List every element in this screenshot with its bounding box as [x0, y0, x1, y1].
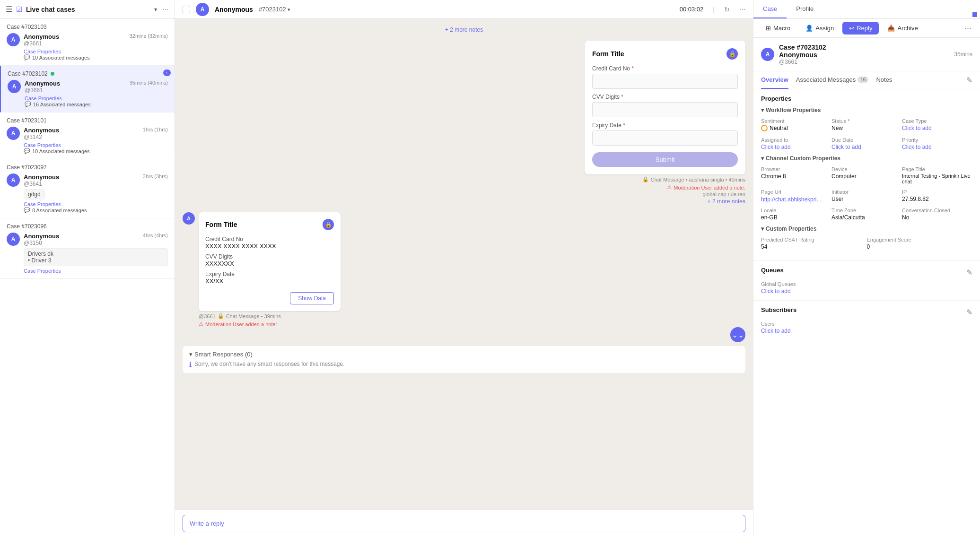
case-number: Case #7023097 — [7, 164, 168, 171]
case-item[interactable]: Case #7023101 A Anonymous @3142 1hrs (1h… — [0, 113, 175, 159]
sidebar-title: Live chat cases — [26, 6, 150, 13]
refresh-icon[interactable]: ↻ — [724, 6, 730, 13]
case-info-number: Case #7023102 — [779, 43, 826, 51]
browser-label: Browser — [761, 166, 831, 172]
msg-meta: Chat Message • aashana singla • 40mins — [651, 177, 745, 182]
subscribers-title: Subscribers — [761, 306, 796, 313]
channel-header[interactable]: ▾ Channel Custom Properties — [761, 155, 972, 162]
custom-header[interactable]: ▾ Custom Properties — [761, 225, 972, 232]
case-properties-link[interactable]: Case Properties — [24, 142, 168, 148]
chat-icon: 💬 — [24, 148, 30, 154]
chevron-icon: ▾ — [761, 225, 764, 232]
right-panel: Case Profile ⊞ Macro 👤 Assign ↩ Reply 📥 … — [753, 0, 980, 537]
cvv-input — [592, 102, 738, 117]
case-item[interactable]: Case #7023103 A Anonymous @3661 32mins (… — [0, 19, 175, 66]
global-queues-value[interactable]: Click to add — [761, 288, 972, 294]
due-date-value[interactable]: Click to add — [831, 144, 902, 150]
status-value: New — [831, 125, 902, 131]
case-item[interactable]: Case #7023097 A Anonymous @3641 3hrs (3h… — [0, 159, 175, 218]
ip-label: IP — [902, 189, 972, 195]
moderation-detail: global cap rule ran — [702, 191, 745, 197]
case-time: 1hrs (1hrs) — [143, 127, 168, 132]
custom-properties: ▾ Custom Properties Predicted CSAT Ratin… — [761, 225, 972, 251]
menu-icon[interactable]: ☰ — [6, 5, 12, 14]
sidebar-chevron[interactable]: ▾ — [154, 6, 157, 13]
avatar: A — [7, 127, 20, 140]
subtab-associated-messages[interactable]: Associated Messages 16 — [796, 71, 869, 89]
expiry-label: Expiry Date * — [592, 122, 738, 129]
new-notification-dot — [972, 12, 977, 17]
checkbox-icon: ☑ — [16, 5, 22, 14]
page-url-value[interactable]: http://chat.abhishekpri... — [761, 196, 821, 203]
subscribers-edit-icon[interactable]: ✎ — [966, 308, 972, 317]
pin-badge: ↑ — [163, 69, 171, 76]
case-properties-link[interactable]: Case Properties — [25, 95, 168, 101]
subtab-notes[interactable]: Notes — [876, 71, 892, 89]
sentiment-dot — [761, 125, 768, 131]
chat-icon: 💬 — [24, 54, 30, 61]
toolbar-dots[interactable]: ··· — [962, 23, 974, 33]
csat-label: Predicted CSAT Rating — [761, 237, 867, 243]
browser-value: Chrome 8 — [761, 173, 831, 180]
chat-timer: 00:03:02 — [680, 6, 704, 13]
assigned-to-label: Assigned to — [761, 137, 831, 143]
chevron-icon: ▾ — [761, 155, 764, 162]
ip-value: 27.59.8.82 — [902, 196, 972, 202]
more-notes-above[interactable]: + 2 more notes — [183, 26, 745, 33]
assign-icon: 👤 — [805, 25, 813, 32]
queues-title: Queues — [761, 267, 784, 274]
case-associated: 💬 8 Associated messages — [24, 207, 168, 213]
more-notes-inline[interactable]: + 2 more notes — [708, 198, 745, 205]
case-time: 3hrs (3hrs) — [143, 173, 168, 179]
message-checkbox[interactable] — [183, 6, 190, 13]
case-info-time: 35mins — [954, 51, 972, 58]
sidebar: ☰ ☑ Live chat cases ▾ ··· Case #7023103 … — [0, 0, 175, 537]
priority-value[interactable]: Click to add — [902, 144, 972, 150]
case-properties-link[interactable]: Case Properties — [24, 49, 168, 54]
assigned-to-value[interactable]: Click to add — [761, 144, 831, 150]
chat-header: A Anonymous #7023102 ▾ 00:03:02 | ↻ ··· — [175, 0, 753, 19]
case-item[interactable]: ↑ Case #7023102 A Anonymous @3661 35mins… — [0, 66, 175, 113]
sidebar-dots[interactable]: ··· — [163, 5, 169, 14]
expiry-label-filled: Expiry Date — [205, 271, 334, 277]
archive-icon: 📥 — [887, 25, 895, 32]
cvv-label-filled: CVV Digits — [205, 253, 334, 260]
macro-button[interactable]: ⊞ Macro — [759, 22, 797, 35]
properties-title: Properties — [761, 95, 972, 102]
queues-edit-icon[interactable]: ✎ — [966, 268, 972, 277]
case-user-handle: @3641 — [24, 181, 59, 187]
macro-icon: ⊞ — [766, 25, 771, 32]
main-chat: A Anonymous #7023102 ▾ 00:03:02 | ↻ ··· … — [175, 0, 753, 537]
reply-input[interactable]: Write a reply — [183, 515, 745, 532]
case-item[interactable]: Case #7023096 A Anonymous @3150 4hrs (4h… — [0, 218, 175, 279]
tab-case[interactable]: Case — [753, 0, 787, 18]
case-type-label: Case Type — [902, 118, 972, 124]
smart-responses-header[interactable]: ▾ Smart Responses (0) — [189, 351, 739, 358]
moderation-icon: ⚠ — [667, 184, 672, 191]
chat-header-dots[interactable]: ··· — [739, 5, 745, 14]
msg-avatar: A — [183, 212, 195, 225]
submit-button[interactable]: Submit — [592, 152, 738, 167]
subtab-overview[interactable]: Overview — [761, 71, 788, 89]
case-type-value[interactable]: Click to add — [902, 125, 972, 131]
workflow-header[interactable]: ▾ Workflow Properties — [761, 107, 972, 113]
case-properties-link[interactable]: Case Properties — [24, 201, 168, 207]
scroll-down-button[interactable]: ⌄⌄ — [730, 327, 745, 342]
tab-profile[interactable]: Profile — [787, 0, 823, 18]
case-properties-link[interactable]: Case Properties — [24, 268, 168, 274]
status-label: Status — [831, 118, 846, 124]
subscribers-users-value[interactable]: Click to add — [761, 328, 972, 334]
archive-button[interactable]: 📥 Archive — [881, 22, 924, 35]
chat-header-avatar: A — [196, 3, 209, 16]
chat-header-case-id[interactable]: #7023102 ▾ — [259, 6, 290, 13]
assign-button[interactable]: 👤 Assign — [799, 22, 840, 35]
reply-button[interactable]: ↩ Reply — [842, 22, 879, 35]
form-message-empty: Form Title 🔒 Credit Card No * CVV Digits… — [585, 41, 745, 174]
subtab-edit-icon[interactable]: ✎ — [966, 76, 972, 85]
smart-responses-empty: Sorry, we don't have any smart responses… — [194, 361, 345, 367]
case-user-handle: @3142 — [24, 134, 59, 140]
case-time: 32mins (32mins) — [130, 33, 168, 39]
reply-icon: ↩ — [849, 25, 854, 32]
show-data-button[interactable]: Show Data — [290, 292, 334, 304]
reply-area: Write a reply — [175, 510, 753, 537]
